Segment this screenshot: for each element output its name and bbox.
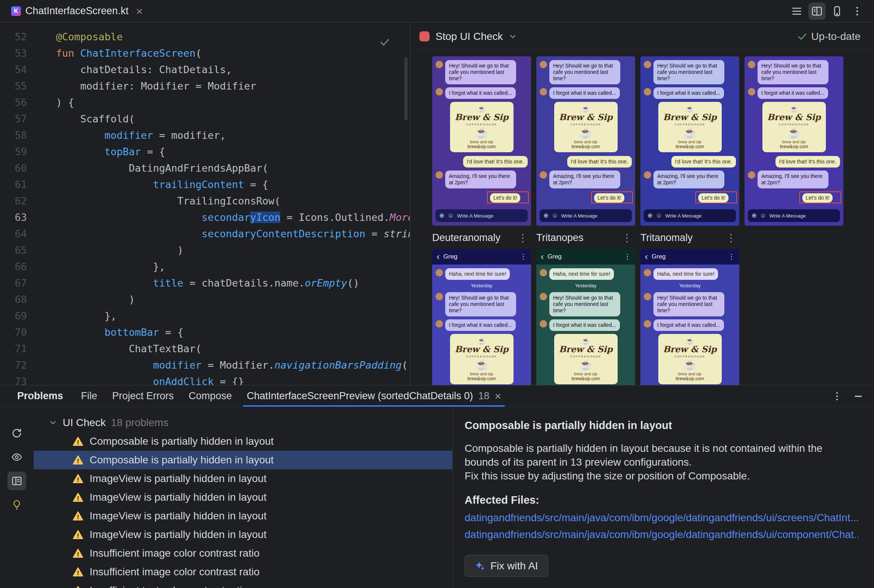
problems-side-toolbar [0, 407, 34, 588]
fix-with-ai-button[interactable]: Fix with AI [465, 555, 548, 577]
ui-check-preview[interactable]: ‹Greg⋮Haha, next time for sure!Yesterday… [536, 249, 635, 385]
message-input-bar[interactable]: ⊕☺Write A Message [540, 209, 632, 222]
add-icon[interactable]: ⊕ [544, 213, 548, 219]
brew-card: ☕Brew & SipCOFFEEHOUSE☕brew and sipbrew&… [658, 334, 722, 384]
back-icon[interactable]: ‹ [645, 252, 648, 261]
card-image: ☕ [661, 128, 719, 138]
details-view-icon[interactable] [8, 472, 26, 490]
coffee-icon: ☕ [661, 106, 719, 112]
stop-ui-check-button[interactable]: Stop UI Check [419, 31, 503, 42]
line-number: 71 [0, 340, 27, 357]
tab-project-errors[interactable]: Project Errors [105, 386, 182, 406]
ui-check-preview-panel: Stop UI Check Up-to-date Hey! Should we … [410, 23, 874, 385]
add-icon[interactable]: ⊕ [647, 213, 652, 219]
tab-problems[interactable]: Problems [10, 386, 74, 406]
card-brand: Brew & Sip [453, 344, 511, 354]
line-number: 68 [0, 291, 27, 308]
ui-check-preview[interactable]: Hey! Should we go to that cafe you menti… [640, 56, 739, 226]
ui-check-preview[interactable]: ‹Greg⋮Haha, next time for sure!Yesterday… [640, 249, 739, 385]
structure-view-icon[interactable] [788, 3, 805, 20]
kebab-icon[interactable]: ⋮ [518, 232, 531, 244]
problem-item-label: ImageView is partially hidden in layout [90, 473, 266, 484]
problem-item[interactable]: Composable is partially hidden in layout [34, 451, 452, 470]
preview-toolbar: Stop UI Check Up-to-date [410, 23, 874, 50]
line-number: 66 [0, 258, 27, 275]
emoji-icon[interactable]: ☺ [551, 213, 557, 219]
emoji-icon[interactable]: ☺ [448, 213, 454, 219]
ui-check-preview[interactable]: Hey! Should we go to that cafe you menti… [432, 56, 531, 226]
back-icon[interactable]: ‹ [437, 252, 440, 261]
problem-item[interactable]: Insufficient image color contrast ratio [34, 562, 452, 581]
preview-label-text: Deuteranomaly [432, 232, 500, 244]
editor-scrollbar-thumb[interactable] [404, 57, 407, 120]
affected-files-heading: Affected Files: [465, 493, 858, 507]
kebab-icon[interactable]: ⋮ [520, 253, 527, 261]
ui-check-preview[interactable]: ‹Greg⋮Haha, next time for sure!Yesterday… [432, 249, 531, 385]
problem-item[interactable]: Insufficient image color contrast ratio [34, 544, 452, 562]
problem-item[interactable]: ImageView is partially hidden in layout [34, 488, 452, 507]
more-options-icon[interactable] [848, 3, 866, 20]
chat-app-bar: ‹Greg⋮ [640, 249, 739, 264]
card-tagline: COFFEEHOUSE [453, 355, 511, 358]
chat-bubble: Hey! Should we go to that cafe you menti… [445, 60, 516, 84]
clipped-bubble: Let's do it! [594, 193, 624, 202]
preview-eye-icon[interactable] [8, 448, 26, 466]
code-line: 65 ) [0, 242, 410, 258]
warning-icon [72, 548, 84, 559]
ui-check-preview[interactable]: Hey! Should we go to that cafe you menti… [536, 56, 635, 226]
tab-compose[interactable]: Compose [182, 386, 240, 406]
tab-ui-check-preview[interactable]: ChatInterfaceScreenPreview (sortedChatDe… [239, 386, 509, 406]
chat-bubble: I forgot what it was called... [549, 320, 620, 331]
chevron-down-icon[interactable] [48, 418, 57, 427]
problem-item[interactable]: Composable is partially hidden in layout [34, 432, 452, 451]
more-options-icon[interactable] [832, 391, 842, 402]
card-tagline: COFFEEHOUSE [557, 355, 615, 358]
problem-item[interactable]: ImageView is partially hidden in layout [34, 470, 452, 488]
problem-item[interactable]: ImageView is partially hidden in layout [34, 525, 452, 544]
affected-file-link[interactable]: datingandfriends/src/main/java/com/ibm/g… [465, 511, 858, 525]
coffee-icon: ☕ [557, 338, 615, 344]
minimize-icon[interactable] [853, 391, 863, 402]
kebab-icon[interactable]: ⋮ [624, 253, 631, 261]
back-icon[interactable]: ‹ [541, 252, 544, 261]
avatar [644, 61, 651, 68]
add-icon[interactable]: ⊕ [752, 213, 757, 219]
code-editor[interactable]: 52@Composable53fun ChatInterfaceScreen(5… [0, 23, 410, 385]
chat-bubble: I forgot what it was called... [549, 87, 620, 99]
message-input-bar[interactable]: ⊕☺Write A Message [644, 209, 736, 222]
card-brand: Brew & Sip [661, 344, 719, 354]
line-number: 69 [0, 308, 27, 324]
brew-card: ☕Brew & SipCOFFEEHOUSE☕brew and sipbrew&… [763, 102, 826, 152]
problem-item-label: Composable is partially hidden in layout [90, 435, 273, 447]
layout-error-highlight: Let's do it! [487, 191, 529, 203]
rerun-check-icon[interactable] [8, 424, 26, 442]
ui-check-preview[interactable]: Hey! Should we go to that cafe you menti… [745, 56, 843, 226]
message-input-bar[interactable]: ⊕☺Write A Message [435, 209, 528, 222]
emoji-icon[interactable]: ☺ [760, 213, 766, 219]
close-tab-icon[interactable]: × [136, 5, 143, 17]
message-row: Hey! Should we go to that cafe you menti… [644, 60, 736, 84]
link-preview-card-wrap: ☕Brew & SipCOFFEEHOUSE☕brew and sipbrew&… [540, 102, 632, 152]
chat-bubble: I'd love that! It's this one. [567, 156, 632, 168]
kebab-icon[interactable]: ⋮ [726, 232, 739, 244]
split-editor-icon[interactable] [808, 3, 826, 20]
editor-tab-bar: K ChatInterfaceScreen.kt × [0, 0, 874, 22]
emoji-icon[interactable]: ☺ [656, 213, 662, 219]
device-preview-icon[interactable] [829, 3, 845, 20]
chevron-down-icon[interactable] [508, 32, 517, 41]
problem-item[interactable]: Insufficient text color contrast ratio [34, 581, 452, 588]
lightbulb-icon[interactable] [8, 495, 26, 514]
line-number: 57 [0, 111, 27, 127]
message-input-bar[interactable]: ⊕☺Write A Message [748, 209, 840, 222]
close-tab-icon[interactable]: × [495, 391, 502, 402]
add-icon[interactable]: ⊕ [439, 213, 444, 219]
problem-item[interactable]: ImageView is partially hidden in layout [34, 507, 452, 525]
code-line: 69 }, [0, 308, 410, 324]
kebab-icon[interactable]: ⋮ [728, 253, 735, 261]
tab-file[interactable]: File [74, 386, 105, 406]
file-tab[interactable]: K ChatInterfaceScreen.kt × [5, 0, 149, 22]
problems-group-row[interactable]: UI Check 18 problems [34, 413, 452, 432]
affected-file-link[interactable]: datingandfriends/src/main/java/com/ibm/g… [465, 528, 858, 542]
kebab-icon[interactable]: ⋮ [622, 232, 635, 244]
inspections-ok-icon[interactable] [379, 36, 390, 52]
